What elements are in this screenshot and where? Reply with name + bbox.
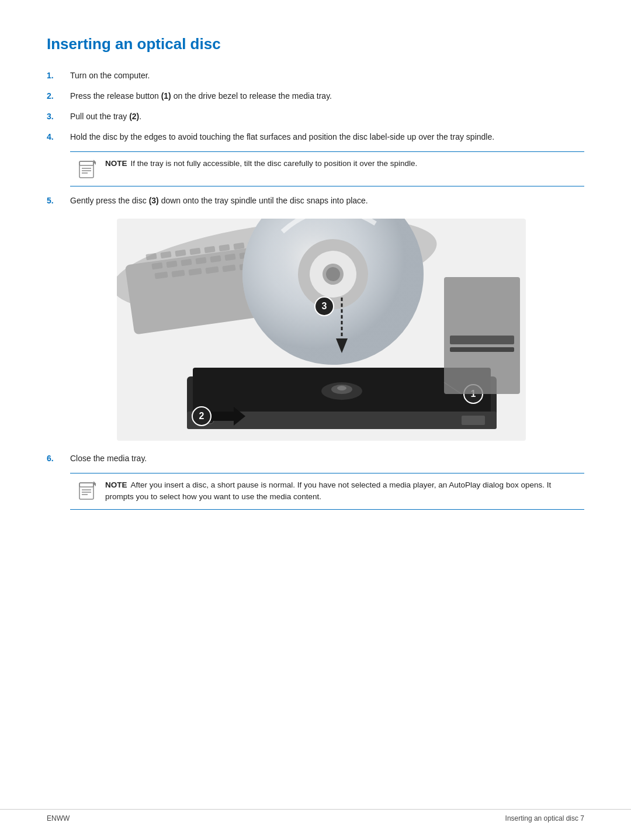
step-4-text: Hold the disc by the edges to avoid touc… <box>70 131 584 143</box>
svg-point-41 <box>337 386 346 390</box>
note-2-content: NOTEAfter you insert a disc, a short pau… <box>105 479 577 503</box>
note-icon-1 <box>77 159 98 180</box>
disc-illustration: 2 1 3 <box>117 219 526 441</box>
note-1-box: NOTEIf the tray is not fully accessible,… <box>70 151 584 186</box>
step-6-text: Close the media tray. <box>70 452 584 465</box>
step-2-number: 2. <box>47 90 70 102</box>
step-3: 3. Pull out the tray (2). <box>47 110 584 123</box>
steps-list: 1. Turn on the computer. 2. Press the re… <box>47 70 584 143</box>
step-5: 5. Gently press the disc (3) down onto t… <box>47 195 584 207</box>
step-2: 2. Press the release button (1) on the d… <box>47 90 584 102</box>
step-6-number: 6. <box>47 452 70 465</box>
svg-rect-0 <box>79 161 93 178</box>
svg-rect-43 <box>462 416 485 425</box>
step-4-number: 4. <box>47 131 70 143</box>
note-1-label: NOTE <box>105 159 127 168</box>
svg-rect-57 <box>450 347 514 352</box>
svg-rect-59 <box>79 483 93 487</box>
step-1-number: 1. <box>47 70 70 82</box>
step-5-number: 5. <box>47 195 70 207</box>
footer: ENWW Inserting an optical disc 7 <box>0 809 631 822</box>
note-icon-2 <box>77 481 98 502</box>
note-1-content: NOTEIf the tray is not fully accessible,… <box>105 158 417 170</box>
disc-illustration-container: 2 1 3 <box>82 219 561 441</box>
step-5-text: Gently press the disc (3) down onto the … <box>70 195 584 207</box>
note-2-text: After you insert a disc, a short pause i… <box>105 481 551 501</box>
note-2-box: NOTEAfter you insert a disc, a short pau… <box>70 473 584 510</box>
svg-rect-1 <box>79 161 93 165</box>
step-3-text: Pull out the tray (2). <box>70 110 584 123</box>
footer-right: Inserting an optical disc 7 <box>505 814 584 822</box>
step-1-text: Turn on the computer. <box>70 70 584 82</box>
svg-text:2: 2 <box>199 411 204 421</box>
step-2-text: Press the release button (1) on the driv… <box>70 90 584 102</box>
step-6: 6. Close the media tray. <box>47 452 584 465</box>
svg-text:3: 3 <box>322 301 327 311</box>
note-1-text: If the tray is not fully accessible, til… <box>131 159 418 168</box>
svg-rect-56 <box>450 336 514 344</box>
svg-rect-58 <box>79 483 93 499</box>
page-title: Inserting an optical disc <box>47 35 584 53</box>
footer-left: ENWW <box>47 814 70 822</box>
step-3-number: 3. <box>47 110 70 123</box>
step-1: 1. Turn on the computer. <box>47 70 584 82</box>
note-2-label: NOTE <box>105 481 127 489</box>
step-4: 4. Hold the disc by the edges to avoid t… <box>47 131 584 143</box>
